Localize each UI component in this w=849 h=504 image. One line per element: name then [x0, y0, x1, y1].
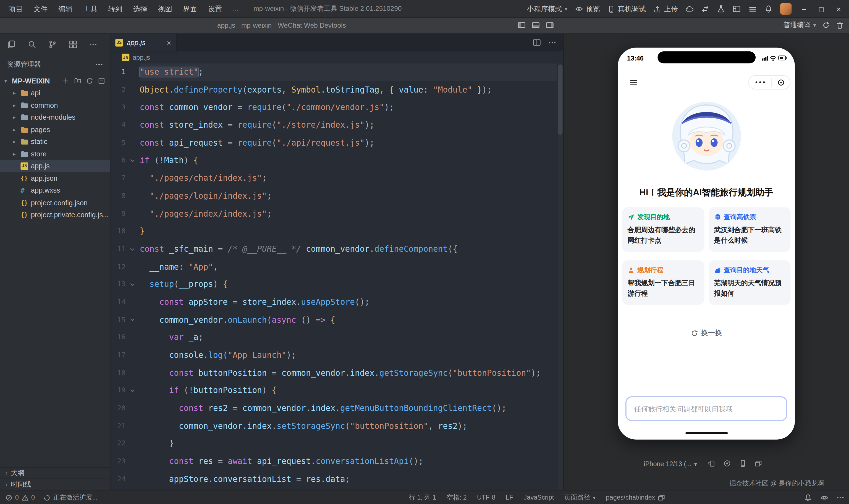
- cloud-icon[interactable]: [685, 5, 693, 13]
- tree-file-app.json[interactable]: {}app.json: [0, 172, 110, 184]
- code-line-19[interactable]: if (!buttonPosition) {: [140, 382, 557, 399]
- close-button[interactable]: ×: [834, 5, 844, 13]
- menu-edit[interactable]: 编辑: [53, 0, 78, 18]
- compile-mode-dropdown[interactable]: 普通编译 ▾: [783, 20, 816, 30]
- user-avatar[interactable]: [780, 3, 792, 15]
- device-selector[interactable]: iPhone 12/13 (... ▾: [644, 460, 697, 468]
- code-line-10[interactable]: }: [140, 223, 557, 240]
- watch-icon[interactable]: [820, 493, 828, 502]
- toggle-sidebar-icon[interactable]: [518, 21, 526, 29]
- menu-file[interactable]: 文件: [28, 0, 53, 18]
- menu-view[interactable]: 视图: [152, 0, 177, 18]
- suggestion-card-3[interactable]: 规划行程帮我规划一下合肥三日游行程: [622, 260, 704, 305]
- bell-icon[interactable]: [764, 5, 773, 13]
- page-path-dropdown[interactable]: 页面路径 ▾: [564, 493, 596, 502]
- code-line-23[interactable]: const res = await api_request.conversati…: [140, 453, 557, 470]
- current-page-path[interactable]: pages/chat/index: [606, 494, 665, 501]
- code-line-22[interactable]: }: [140, 435, 557, 453]
- code-line-15[interactable]: common_vendor.onLaunch(async () => {: [140, 311, 557, 329]
- miniprogram-mode-dropdown[interactable]: 小程序模式 ▾: [527, 4, 567, 14]
- tree-folder-api[interactable]: ▸api: [0, 87, 110, 99]
- fold-chevron-icon[interactable]: [126, 276, 138, 293]
- code-line-3[interactable]: const common_vendor = require("./common/…: [140, 98, 557, 116]
- preview-button[interactable]: 预览: [575, 4, 600, 14]
- capsule-more-icon[interactable]: [754, 81, 766, 84]
- tree-file-project.config.json[interactable]: {}project.config.json: [0, 196, 110, 209]
- menu-interface[interactable]: 界面: [178, 0, 203, 18]
- shuffle-button[interactable]: 换一换: [618, 328, 795, 338]
- explorer-icon[interactable]: [7, 40, 16, 49]
- code-line-12[interactable]: __name: "App",: [140, 258, 557, 276]
- code-line-8[interactable]: "./pages/login/index.js";: [140, 187, 557, 205]
- app-hamburger-icon[interactable]: [629, 78, 638, 87]
- new-file-icon[interactable]: [62, 77, 69, 84]
- code-line-17[interactable]: console.log("App Launch");: [140, 346, 557, 364]
- explorer-more-icon[interactable]: [95, 60, 103, 68]
- copy-path-icon[interactable]: [658, 494, 665, 501]
- extension-activity[interactable]: 正在激活扩展...: [43, 493, 97, 502]
- eol-type[interactable]: LF: [506, 494, 513, 501]
- split-editor-icon[interactable]: [533, 38, 541, 47]
- code-line-7[interactable]: "./pages/chat/index.js";: [140, 169, 557, 187]
- code-line-11[interactable]: const _sfc_main = /* @__PURE__ */ common…: [140, 240, 557, 258]
- fold-chevron-icon[interactable]: [126, 152, 138, 169]
- menu-selection[interactable]: 选择: [128, 0, 152, 18]
- toggle-simulator-icon[interactable]: [546, 21, 554, 29]
- encoding[interactable]: UTF-8: [477, 494, 495, 501]
- menu-go[interactable]: 转到: [103, 0, 128, 18]
- recompile-icon[interactable]: [823, 21, 829, 29]
- fold-chevron-icon[interactable]: [126, 311, 138, 329]
- fold-chevron-icon[interactable]: [126, 240, 138, 258]
- code-area[interactable]: 123456789101112131415161718192021222324 …: [111, 63, 563, 490]
- code-line-24[interactable]: appStore.conversationList = res.data;: [140, 470, 557, 488]
- problems-indicator[interactable]: 0 0: [5, 494, 35, 501]
- code-line-16[interactable]: var _a;: [140, 329, 557, 346]
- tab-close-icon[interactable]: ×: [167, 38, 171, 47]
- fold-chevron-icon[interactable]: [126, 382, 138, 399]
- suggestion-card-4[interactable]: 查询目的地天气芜湖明天的天气情况预报如何: [709, 260, 791, 305]
- code-line-2[interactable]: Object.defineProperty(exports, Symbol.to…: [140, 81, 557, 98]
- capsule-exit-icon[interactable]: [777, 78, 784, 86]
- code-line-20[interactable]: const res2 = common_vendor.index.getMenu…: [140, 399, 557, 417]
- tree-folder-pages[interactable]: ▸pages: [0, 124, 110, 136]
- suggestion-card-2[interactable]: 查询高铁票武汉到合肥下一班高铁是什么时候: [709, 207, 791, 252]
- outline-section[interactable]: › 大纲: [0, 467, 110, 479]
- new-folder-icon[interactable]: [74, 77, 81, 84]
- device-debug-button[interactable]: 真机调试: [608, 4, 646, 14]
- clear-cache-icon[interactable]: [836, 21, 844, 29]
- tab-app-js[interactable]: JS app.js ×: [111, 33, 177, 51]
- tree-file-app.js[interactable]: JSapp.js: [0, 160, 110, 172]
- collapse-folders-icon[interactable]: [98, 77, 105, 84]
- record-icon[interactable]: [723, 460, 731, 467]
- minimize-button[interactable]: −: [799, 5, 809, 13]
- code-line-21[interactable]: common_vendor.index.setStorageSync("butt…: [140, 417, 557, 435]
- code-line-14[interactable]: const appStore = store_index.useAppStore…: [140, 293, 557, 311]
- tree-folder-store[interactable]: ▸store: [0, 148, 110, 160]
- beaker-icon[interactable]: [717, 5, 725, 13]
- layout-icon[interactable]: [733, 5, 741, 13]
- compare-arrows-icon[interactable]: [701, 5, 709, 13]
- menu-project[interactable]: 项目: [3, 0, 28, 18]
- rotate-device-icon[interactable]: [708, 460, 715, 467]
- upload-button[interactable]: 上传: [654, 4, 678, 14]
- timeline-section[interactable]: › 时间线: [0, 479, 110, 490]
- code-line-1[interactable]: "use strict";: [140, 63, 557, 81]
- breadcrumb[interactable]: JS app.js: [111, 51, 563, 63]
- statusbar-more-icon[interactable]: [836, 494, 844, 501]
- editor-scrollbar[interactable]: [558, 63, 563, 490]
- extensions-icon[interactable]: [69, 40, 77, 49]
- source-control-icon[interactable]: [48, 40, 57, 49]
- editor-more-icon[interactable]: [548, 39, 556, 46]
- indentation[interactable]: 空格: 2: [447, 493, 467, 502]
- tree-file-app.wxss[interactable]: #app.wxss: [0, 184, 110, 196]
- refresh-explorer-icon[interactable]: [86, 77, 93, 84]
- menu-tools[interactable]: 工具: [78, 0, 103, 18]
- notifications-icon[interactable]: [804, 493, 812, 502]
- tree-file-project.private.config.js...[interactable]: {}project.private.config.js...: [0, 209, 110, 221]
- code-line-4[interactable]: const store_index = require("./store/ind…: [140, 116, 557, 134]
- language-mode[interactable]: JavaScript: [524, 494, 554, 501]
- scrollbar-thumb[interactable]: [558, 65, 563, 135]
- tree-folder-node-modules[interactable]: ▸node-modules: [0, 111, 110, 124]
- device-icon[interactable]: [739, 460, 746, 467]
- search-icon[interactable]: [28, 40, 36, 49]
